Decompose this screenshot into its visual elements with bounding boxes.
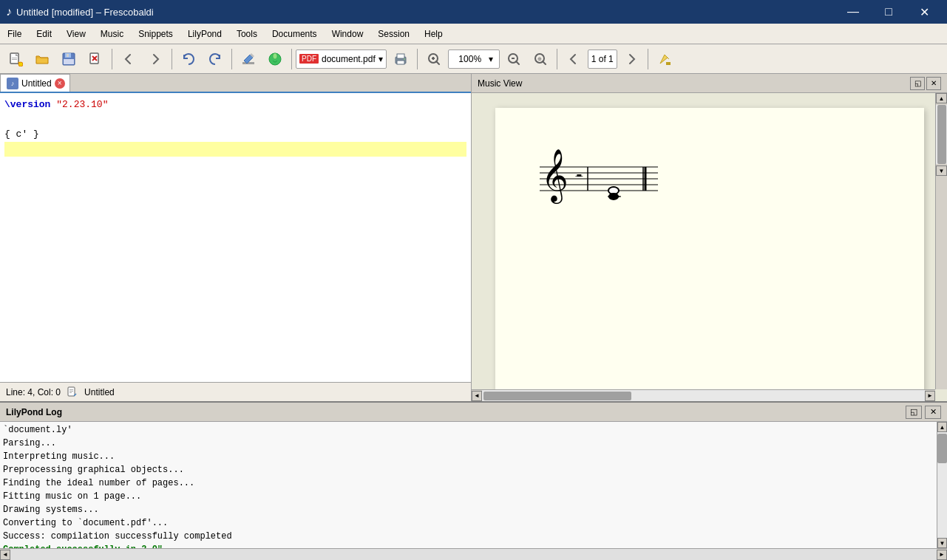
menu-documents[interactable]: Documents — [265, 26, 325, 42]
scroll-right-button[interactable]: ► — [925, 391, 935, 401]
code-line-4-highlight — [4, 142, 466, 157]
log-line-3: Preprocessing graphical objects... — [3, 463, 934, 477]
zoom-in-button[interactable] — [421, 47, 447, 72]
separator-7 — [648, 49, 648, 69]
log-scroll-thumb[interactable] — [937, 434, 947, 463]
svg-line-24 — [516, 61, 519, 64]
svg-rect-16 — [397, 61, 404, 64]
scroll-left-button[interactable]: ◄ — [472, 391, 482, 401]
log-panel: LilyPond Log ◱ ✕ `document.ly' Parsing..… — [0, 401, 947, 560]
print-button[interactable] — [388, 47, 413, 72]
log-scroll-down-button[interactable]: ▼ — [937, 538, 947, 548]
code-line-1: \version "2.23.10" — [4, 98, 466, 112]
maximize-button[interactable]: □ — [872, 0, 906, 24]
doc-name-status: Untitled — [84, 387, 115, 397]
log-scrollbar-x[interactable]: ◄ ► — [0, 548, 947, 560]
page-forward-button[interactable] — [619, 47, 644, 72]
forward-button[interactable] — [143, 47, 168, 72]
save-button[interactable] — [56, 47, 81, 72]
clear-button[interactable] — [652, 47, 677, 72]
music-view-panel: Music View ◱ ✕ — [472, 74, 947, 401]
back-button[interactable] — [116, 47, 141, 72]
scroll-track-y[interactable] — [936, 105, 947, 164]
zoom-out-button[interactable] — [501, 47, 526, 72]
scroll-thumb-y[interactable] — [937, 105, 946, 164]
svg-text:⊕: ⊕ — [537, 56, 542, 61]
new-button[interactable] — [3, 47, 28, 72]
cursor-position: Line: 4, Col: 0 — [6, 387, 61, 397]
log-close-button[interactable]: ✕ — [925, 406, 941, 419]
menu-help[interactable]: Help — [417, 26, 450, 42]
svg-point-3 — [18, 62, 23, 66]
svg-point-13 — [273, 53, 277, 59]
zoom-display[interactable]: 100% ▾ — [448, 49, 500, 69]
close-doc-button[interactable] — [83, 47, 108, 72]
log-scroll-right[interactable]: ► — [937, 550, 947, 560]
menu-file[interactable]: File — [0, 26, 29, 42]
pdf-dropdown[interactable]: PDF document.pdf ▾ — [296, 49, 387, 69]
zoom-fit-button[interactable]: ⊕ — [528, 47, 553, 72]
redo-button[interactable] — [203, 47, 228, 72]
separator-1 — [112, 49, 112, 69]
music-view-header: Music View ◱ ✕ — [472, 74, 947, 93]
separator-4 — [291, 49, 292, 69]
titlebar-title: Untitled [modified] – Frescobaldi — [16, 7, 154, 18]
close-button[interactable]: ✕ — [907, 0, 941, 24]
tab-close-button[interactable]: × — [55, 78, 65, 89]
menu-music[interactable]: Music — [93, 26, 131, 42]
log-scrollbar-y[interactable]: ▲ ▼ — [937, 422, 947, 548]
doc-status-icon — [67, 386, 78, 398]
code-line-2 — [4, 112, 466, 127]
log-line-4: Finding the ideal number of pages... — [3, 477, 934, 490]
svg-rect-32 — [69, 392, 72, 393]
music-view-scrollbar-x[interactable]: ◄ ► — [472, 389, 935, 401]
page-back-button[interactable] — [561, 47, 586, 72]
svg-line-26 — [543, 61, 546, 64]
music-view-restore-button[interactable]: ◱ — [910, 77, 925, 90]
minimize-button[interactable]: — — [836, 0, 870, 24]
tab-label: Untitled — [21, 78, 52, 89]
lilypond-run-button[interactable] — [262, 47, 288, 72]
music-view-close-button[interactable]: ✕ — [926, 77, 941, 90]
log-scroll-up-button[interactable]: ▲ — [937, 422, 947, 432]
log-scroll-track-x[interactable] — [10, 549, 937, 560]
zoom-input[interactable]: 100% — [452, 54, 489, 64]
svg-rect-31 — [69, 391, 73, 392]
svg-line-21 — [436, 61, 439, 64]
menu-lilypond[interactable]: LilyPond — [180, 26, 229, 42]
titlebar: ♪ Untitled [modified] – Frescobaldi — □ … — [0, 0, 947, 24]
menu-edit[interactable]: Edit — [29, 26, 59, 42]
code-editor[interactable]: \version "2.23.10" { c' } — [0, 93, 471, 382]
log-scroll-track[interactable] — [937, 432, 947, 538]
log-header-controls: ◱ ✕ — [906, 406, 941, 419]
toolbar: PDF document.pdf ▾ 100% ▾ ⊕ 1 of 1 — [0, 44, 947, 74]
edit-in-place-button[interactable] — [236, 47, 261, 72]
page-indicator: 1 of 1 — [588, 49, 617, 69]
undo-button[interactable] — [176, 47, 201, 72]
log-content: `document.ly' Parsing... Interpreting mu… — [0, 422, 937, 548]
sheet-paper: 𝄞 𝄼 — [495, 108, 924, 401]
music-view-title: Music View — [478, 78, 522, 89]
music-view-scrollbar-y[interactable]: ▲ ▼ — [935, 93, 947, 389]
log-line-6: Drawing systems... — [3, 503, 934, 516]
scroll-track-x[interactable] — [482, 390, 925, 401]
titlebar-left: ♪ Untitled [modified] – Frescobaldi — [6, 5, 154, 18]
log-scroll-left[interactable]: ◄ — [0, 550, 10, 560]
editor-tab-untitled[interactable]: ♪ Untitled × — [0, 74, 70, 92]
log-restore-button[interactable]: ◱ — [906, 406, 922, 419]
editor-panel: ♪ Untitled × \version "2.23.10" { c' } L… — [0, 74, 472, 401]
menu-snippets[interactable]: Snippets — [131, 26, 180, 42]
scroll-up-button[interactable]: ▲ — [936, 93, 947, 103]
menu-tools[interactable]: Tools — [229, 26, 265, 42]
statusbar: Line: 4, Col: 0 Untitled — [0, 382, 471, 401]
menu-view[interactable]: View — [59, 26, 93, 42]
music-view-content: 𝄞 𝄼 — [472, 93, 947, 401]
log-line-1: Parsing... — [3, 437, 934, 450]
menu-window[interactable]: Window — [325, 26, 371, 42]
menu-session[interactable]: Session — [370, 26, 417, 42]
scroll-thumb-x[interactable] — [483, 392, 631, 400]
log-line-7: Converting to `document.pdf'... — [3, 516, 934, 530]
log-success-line: Completed successfully in 2.0". — [3, 543, 934, 548]
open-button[interactable] — [30, 47, 55, 72]
scroll-down-button[interactable]: ▼ — [936, 165, 947, 176]
